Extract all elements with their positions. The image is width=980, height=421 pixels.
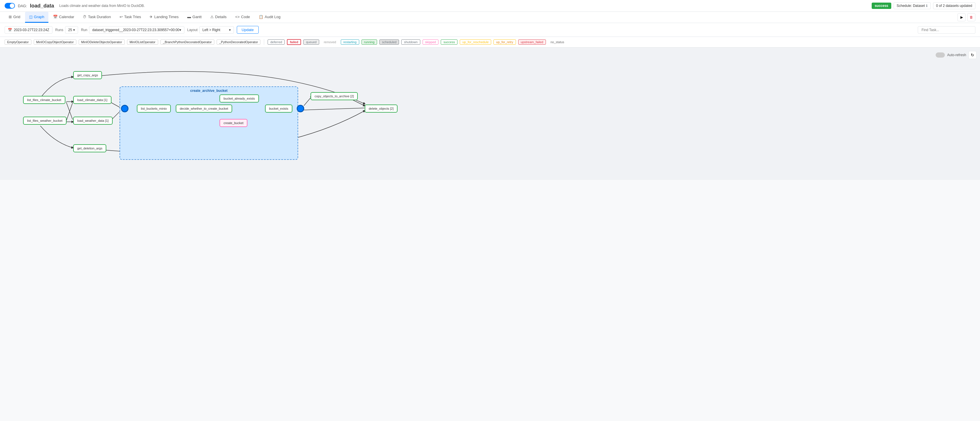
task-duration-icon: ⏱: [83, 15, 86, 19]
runs-label: Runs: [55, 28, 64, 32]
datasets-badge: 0 of 2 datasets updated: [933, 2, 975, 9]
tab-graph[interactable]: ◫ Graph: [25, 12, 48, 23]
node-get-copy-args[interactable]: get_copy_args: [73, 71, 102, 79]
tab-gantt-label: Gantt: [192, 15, 202, 19]
layout-chevron-icon: ▾: [229, 28, 231, 32]
refresh-button[interactable]: ↻: [969, 51, 977, 59]
auto-refresh-bar: Auto-refresh ↻: [935, 51, 977, 59]
tab-landing-times-label: Landing Times: [154, 15, 178, 19]
tab-graph-label: Graph: [34, 15, 45, 19]
delete-dag-button[interactable]: 🗑: [967, 13, 975, 21]
tab-landing-times[interactable]: ✈ Landing Times: [145, 12, 183, 23]
update-button[interactable]: Update: [237, 26, 259, 34]
gantt-icon: ▬: [187, 15, 191, 19]
tab-grid[interactable]: ⊞ Grid: [5, 12, 24, 23]
operator-tag-branchpython[interactable]: _BranchPythonDecoratedOperator: [161, 40, 214, 44]
node-list-files-weather[interactable]: list_files_weather_bucket: [23, 117, 67, 125]
node-bucket-already-exists[interactable]: bucket_already_exists: [220, 94, 259, 103]
auto-refresh-label: Auto-refresh: [947, 53, 966, 57]
layout-value: Left > Right: [202, 28, 220, 32]
info-icon[interactable]: ℹ: [926, 4, 928, 8]
join-circle-2[interactable]: [297, 105, 304, 112]
tab-task-duration[interactable]: ⏱ Task Duration: [79, 12, 115, 23]
tab-calendar-label: Calendar: [59, 15, 74, 19]
node-delete-objects[interactable]: delete_objects [2]: [365, 105, 398, 113]
status-queued[interactable]: queued: [303, 40, 319, 44]
operator-tag-python[interactable]: _PythonDecoratedOperator: [216, 40, 261, 44]
tab-details[interactable]: ⚠ Details: [206, 12, 231, 23]
status-running[interactable]: running: [361, 40, 377, 44]
layout-label: Layout: [187, 28, 197, 32]
dag-description: Loads climate and weather data from MinI…: [59, 4, 145, 8]
auto-refresh-toggle[interactable]: [935, 52, 945, 57]
dag-toggle[interactable]: [5, 3, 15, 9]
node-load-weather-data[interactable]: load_weather_data [1]: [73, 117, 113, 125]
dag-flow-wrapper: create_archive_bucket list_files_climate…: [6, 53, 409, 174]
node-get-deletion-args[interactable]: get_deletion_args: [73, 144, 106, 153]
date-value: 2023-03-27T22:23:24Z: [14, 28, 49, 32]
calendar-small-icon: 📅: [8, 28, 12, 32]
node-create-bucket[interactable]: create_bucket: [220, 119, 247, 127]
status-up-for-retry[interactable]: up_for_retry: [493, 40, 515, 44]
status-deferred[interactable]: deferred: [267, 40, 285, 44]
status-success[interactable]: success: [441, 40, 457, 44]
tab-code-label: Code: [241, 15, 250, 19]
graph-canvas: Auto-refresh ↻: [0, 48, 980, 180]
operator-tag-miniolist[interactable]: MinIOListOperator: [127, 40, 158, 44]
task-tries-icon: ↩: [119, 15, 123, 19]
run-chevron-icon: ▾: [180, 28, 181, 32]
tab-calendar[interactable]: 📅 Calendar: [49, 12, 78, 23]
operator-tag-empty[interactable]: EmptyOperator: [5, 40, 32, 44]
runs-group: Runs 25 ▾: [55, 26, 78, 34]
tab-gantt[interactable]: ▬ Gantt: [183, 12, 206, 23]
run-group: Run dataset_triggered__2023-03-27T22:23:…: [81, 26, 185, 34]
tab-task-tries-label: Task Tries: [124, 15, 141, 19]
details-icon: ⚠: [210, 15, 214, 19]
operator-tag-miniocopy[interactable]: MinIOCopyObjectOperator: [34, 40, 76, 44]
join-circle-1[interactable]: [121, 105, 129, 112]
status-no-status[interactable]: no_status: [548, 40, 566, 44]
tab-code[interactable]: <> Code: [231, 12, 254, 23]
run-selector[interactable]: dataset_triggered__2023-03-27T22:23:23.3…: [89, 26, 185, 34]
dag-label: DAG:: [18, 4, 27, 8]
audit-log-icon: 📋: [259, 15, 263, 19]
nav-actions: ▶ 🗑: [958, 13, 975, 21]
nav-tabs: ⊞ Grid ◫ Graph 📅 Calendar ⏱ Task Duratio…: [0, 12, 980, 23]
svg-line-5: [66, 103, 73, 121]
node-load-climate-data[interactable]: load_climate_data [1]: [73, 96, 111, 104]
node-decide-whether[interactable]: decide_whether_to_create_bucket: [176, 105, 232, 113]
status-upstream-failed[interactable]: upstream_failed: [518, 40, 546, 44]
node-copy-objects-to-archive[interactable]: copy_objects_to_archive [2]: [310, 92, 358, 100]
find-task-input[interactable]: [918, 26, 975, 34]
status-restarting[interactable]: restarting: [341, 40, 359, 44]
date-selector[interactable]: 📅 2023-03-27T22:23:24Z: [5, 26, 52, 34]
dag-name: load_data: [30, 3, 54, 9]
svg-line-4: [66, 102, 73, 119]
layout-selector[interactable]: Left > Right ▾: [199, 26, 234, 34]
status-shutdown[interactable]: shutdown: [401, 40, 420, 44]
node-bucket-exists[interactable]: bucket_exists: [265, 105, 293, 113]
grid-icon: ⊞: [9, 15, 12, 19]
graph-icon: ◫: [29, 15, 33, 19]
node-list-buckets-minio[interactable]: list_buckets_minio: [137, 105, 171, 113]
runs-value: 25: [68, 28, 72, 32]
schedule-badge: Schedule: Dataset ℹ: [894, 2, 931, 9]
toolbar: 📅 2023-03-27T22:23:24Z Runs 25 ▾ Run dat…: [0, 23, 980, 37]
operator-tag-miniodelete[interactable]: MinIODeleteObjectsOperator: [79, 40, 125, 44]
status-up-for-reschedule[interactable]: up_for_reschedule: [460, 40, 491, 44]
node-list-files-climate[interactable]: list_files_climate_bucket: [23, 96, 65, 104]
tab-task-tries[interactable]: ↩ Task Tries: [116, 12, 145, 23]
layout-group: Layout Left > Right ▾: [187, 26, 234, 34]
run-label: Run: [81, 28, 87, 32]
runs-selector[interactable]: 25 ▾: [65, 26, 78, 34]
header-right: success Schedule: Dataset ℹ 0 of 2 datas…: [872, 2, 975, 9]
run-dag-button[interactable]: ▶: [958, 13, 966, 21]
status-skipped[interactable]: skipped: [423, 40, 439, 44]
status-removed[interactable]: removed: [321, 40, 339, 44]
runs-chevron-icon: ▾: [73, 28, 75, 32]
tab-audit-log[interactable]: 📋 Audit Log: [255, 12, 285, 23]
run-value: dataset_triggered__2023-03-27T22:23:23.3…: [92, 28, 180, 32]
status-failed[interactable]: failed: [287, 39, 301, 45]
tab-audit-log-label: Audit Log: [265, 15, 281, 19]
status-scheduled[interactable]: scheduled: [379, 40, 399, 44]
